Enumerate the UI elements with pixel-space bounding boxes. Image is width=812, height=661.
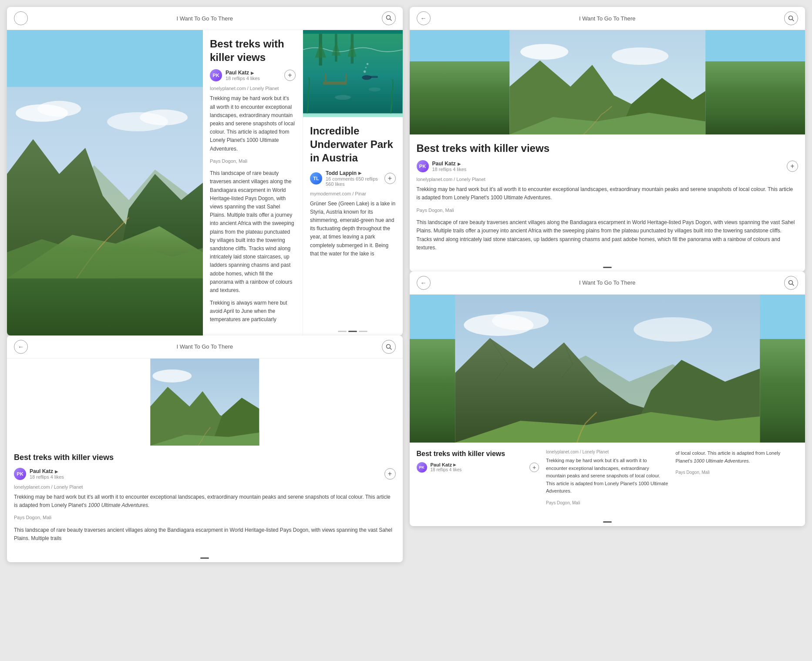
bottom-left-back-button[interactable]: ← [417, 11, 431, 25]
bottom-right-center-col: lonelyplanet.com / Lonely Planet Trekkin… [546, 450, 669, 511]
source-line: lonelyplanet.com / Lonely Planet [210, 86, 296, 91]
main-window: I Want To Go To There [7, 7, 403, 336]
add-article-button[interactable]: + [284, 70, 296, 81]
bottom-left-body-text: Trekking may be hard work but it's all w… [417, 185, 799, 252]
author-row: PK Paul Katz ▶ 18 reflips 4 likes + [210, 69, 296, 81]
back-button[interactable] [14, 11, 28, 25]
bottom-right-body: Best treks with killer views PK Paul Kat… [410, 295, 805, 526]
top-right-hero [7, 359, 403, 446]
bottom-left-author-details: Paul Katz ▶ 18 reflips 4 likes [432, 161, 467, 172]
top-right-scroll [7, 554, 403, 562]
top-right-search-button[interactable] [382, 340, 396, 354]
bottom-right-add-button[interactable]: + [529, 463, 539, 472]
svg-point-6 [140, 110, 188, 125]
underwater-avatar: TL [310, 172, 322, 185]
top-right-add-button[interactable]: + [384, 468, 396, 480]
top-right-author-details: Paul Katz ▶ 18 reflips 4 likes [30, 468, 64, 480]
bottom-right-header: ← I Want To Go To There [410, 272, 805, 295]
search-button[interactable] [382, 11, 396, 25]
search-icon-tr [386, 344, 392, 350]
svg-point-39 [520, 44, 568, 60]
bottom-left-source: lonelyplanet.com / Lonely Planet [417, 177, 799, 182]
bottom-right-author-info: PK Paul Katz ▶ 18 reflips 4 likes [417, 462, 462, 473]
svg-marker-10 [7, 226, 203, 278]
bottom-left-author-row: PK Paul Katz ▶ 18 reflips 4 likes + [417, 160, 799, 172]
underwater-author-info: TL Todd Lappin ▶ 16 comments 650 reflips… [310, 170, 384, 187]
svg-point-27 [335, 95, 351, 100]
bottom-left-body: Best treks with killer views PK Paul Kat… [410, 30, 805, 272]
svg-rect-23 [370, 76, 378, 78]
top-right-avatar: PK [14, 468, 26, 480]
top-right-back-button[interactable]: ← [14, 340, 28, 354]
svg-rect-19 [323, 81, 347, 84]
svg-marker-42 [618, 78, 705, 134]
top-right-author-row: PK Paul Katz ▶ 18 reflips 4 likes + [14, 468, 396, 480]
top-right-window: ← I Want To Go To There [7, 336, 403, 563]
bottom-left-author-info: PK Paul Katz ▶ 18 reflips 4 likes [417, 160, 467, 172]
scroll-dot-3 [359, 331, 367, 332]
verified-icon: ▶ [251, 70, 254, 75]
svg-marker-9 [116, 174, 203, 278]
svg-marker-52 [629, 360, 760, 443]
underwater-verified-icon: ▶ [358, 171, 362, 175]
bottom-right-source: lonelyplanet.com / Lonely Planet [546, 450, 669, 454]
svg-point-25 [365, 67, 367, 68]
bottom-right-left-col: Best treks with killer views PK Paul Kat… [417, 450, 539, 511]
underwater-author-details: Todd Lappin ▶ 16 comments 650 reflips 56… [326, 170, 384, 187]
top-right-header: ← I Want To Go To There [7, 336, 403, 359]
window-title: I Want To Go To There [176, 15, 233, 22]
svg-marker-7 [7, 157, 203, 278]
top-right-article-title: Best treks with killer views [14, 453, 396, 463]
top-right-dot [200, 557, 209, 559]
back-icon-tr: ← [18, 343, 24, 350]
svg-point-40 [612, 47, 668, 65]
svg-point-4 [37, 101, 81, 117]
top-right-title: I Want To Go To There [176, 343, 233, 350]
scroll-indicator [303, 327, 403, 336]
bottom-left-verified: ▶ [458, 161, 461, 166]
bottom-left-title: I Want To Go To There [579, 15, 636, 22]
underwater-author-name: Todd Lappin [326, 170, 357, 176]
bottom-right-back-button[interactable]: ← [417, 276, 431, 290]
article-title-main: Best treks with killer views [210, 37, 296, 64]
top-right-author-stats: 18 reflips 4 likes [30, 474, 64, 480]
bottom-right-search-button[interactable] [784, 276, 798, 290]
scroll-dot-2 [348, 331, 357, 332]
svg-point-32 [152, 369, 192, 383]
bottom-right-title: I Want To Go To There [579, 279, 636, 286]
bottom-right-scroll-indicator [410, 518, 805, 526]
window-header: I Want To Go To There [7, 7, 403, 30]
top-right-body-text: Trekking may be hard work but it's all w… [14, 493, 396, 543]
article-body: Trekking may be hard work but it's all w… [210, 94, 296, 324]
top-right-author-info: PK Paul Katz ▶ 18 reflips 4 likes [14, 468, 64, 480]
back-icon-3: ← [421, 279, 427, 286]
svg-marker-11 [7, 239, 203, 278]
author-name: Paul Katz [226, 70, 249, 76]
svg-line-37 [792, 20, 794, 21]
underwater-author-stats: 16 comments 650 reflips 560 likes [326, 176, 384, 187]
bottom-left-window: ← I Want To Go To There [410, 7, 805, 272]
svg-point-49 [633, 317, 712, 342]
underwater-source: mymodernmet.com / Pinar [310, 191, 396, 196]
top-right-source: lonelyplanet.com / Lonely Planet [14, 484, 396, 490]
bottom-right-author-details: Paul Katz ▶ 18 reflips 4 likes [431, 462, 462, 472]
search-icon-3 [788, 280, 794, 286]
bottom-left-dot-active [603, 267, 612, 268]
bottom-left-add-button[interactable]: + [787, 161, 798, 172]
bottom-left-header: ← I Want To Go To There [410, 7, 805, 30]
svg-point-24 [364, 70, 366, 73]
bottom-left-article: Best treks with killer views PK Paul Kat… [410, 134, 805, 263]
svg-line-30 [390, 348, 391, 349]
svg-point-28 [369, 87, 381, 91]
underwater-body: Grüner See (Green Lake) is a lake in Sty… [310, 200, 396, 258]
back-icon-2: ← [421, 15, 427, 22]
search-icon [386, 15, 392, 22]
bottom-left-search-button[interactable] [784, 11, 798, 25]
underwater-image [303, 30, 403, 117]
svg-rect-20 [325, 74, 327, 81]
bottom-right-author-row: PK Paul Katz ▶ 18 reflips 4 likes + [417, 462, 539, 473]
bottom-right-content-area: Best treks with killer views PK Paul Kat… [410, 443, 805, 518]
add-underwater-button[interactable]: + [384, 173, 396, 184]
top-right-author-name: Paul Katz [30, 468, 53, 474]
underwater-article-section: Incredible Underwater Park in Austria TL… [303, 117, 403, 327]
